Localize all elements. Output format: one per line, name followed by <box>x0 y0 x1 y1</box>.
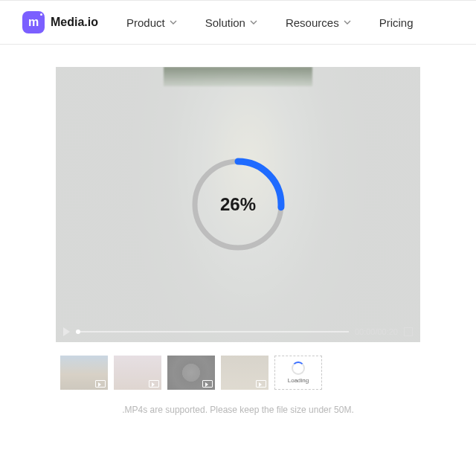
thumbnail-item[interactable] <box>60 356 108 390</box>
decorative-edge <box>164 67 312 86</box>
thumbnail-item[interactable] <box>114 356 161 390</box>
thumbnail-item[interactable] <box>167 356 215 390</box>
video-preview: 26% 00:00/00:20 <box>56 67 420 342</box>
video-clip-icon <box>149 380 159 388</box>
play-icon[interactable] <box>63 327 70 336</box>
thumbnail-row: Loading <box>56 356 420 390</box>
logo-letter: m <box>28 16 39 29</box>
seek-track[interactable] <box>76 331 349 332</box>
nav-pricing-label: Pricing <box>379 16 414 29</box>
nav-resources-label: Resources <box>286 16 339 29</box>
main-content: 26% 00:00/00:20 Loading .MP4s are suppor… <box>0 45 476 415</box>
spinner-icon <box>292 361 305 375</box>
video-clip-icon <box>95 380 106 388</box>
file-hint-text: .MP4s are supported. Please keep the fil… <box>122 405 354 415</box>
nav-solution[interactable]: Solution <box>205 16 257 29</box>
logo-icon: m <box>22 11 45 33</box>
brand-name: Media.io <box>51 16 98 29</box>
video-controls-bar: 00:00/00:20 <box>63 327 413 336</box>
upload-progress-ring: 26% <box>186 152 290 257</box>
nav-pricing[interactable]: Pricing <box>379 16 414 29</box>
chevron-down-icon <box>250 19 257 26</box>
chevron-down-icon <box>344 19 351 26</box>
loading-label: Loading <box>288 377 309 384</box>
nav-product-label: Product <box>126 16 165 29</box>
thumbnail-loading-tile[interactable]: Loading <box>274 356 322 390</box>
nav-product[interactable]: Product <box>126 16 177 29</box>
thumbnail-item[interactable] <box>221 356 268 390</box>
nav-resources[interactable]: Resources <box>286 16 351 29</box>
video-clip-icon <box>256 380 266 388</box>
chevron-down-icon <box>170 19 177 26</box>
fullscreen-icon[interactable] <box>404 327 413 336</box>
video-clip-icon <box>202 380 213 388</box>
time-display: 00:00/00:20 <box>355 327 398 336</box>
progress-percent-text: 26% <box>220 194 256 215</box>
nav-solution-label: Solution <box>205 16 245 29</box>
header-nav: m Media.io Product Solution Resources Pr… <box>0 0 476 45</box>
brand-logo[interactable]: m Media.io <box>22 11 98 33</box>
